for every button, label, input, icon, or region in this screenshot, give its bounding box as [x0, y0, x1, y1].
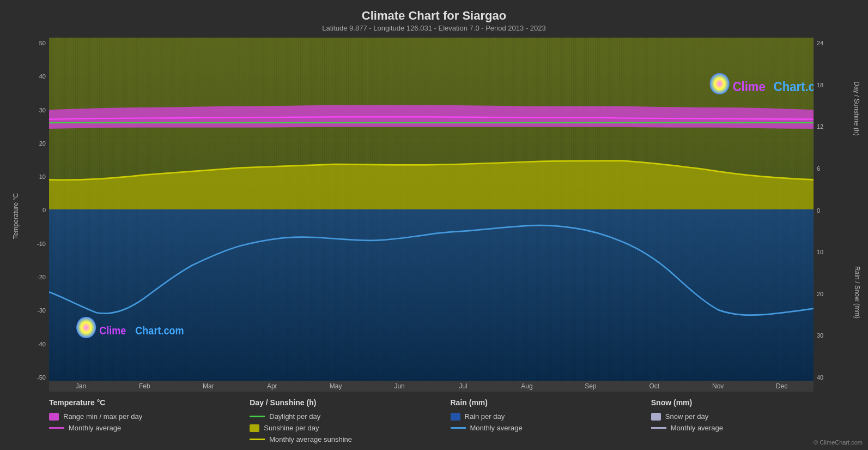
daylight-line	[49, 122, 814, 123]
chart-title: Climate Chart for Siargao	[16, 9, 852, 23]
y-tick-0: 0	[43, 207, 46, 213]
y-tick-n10: -10	[37, 241, 46, 247]
x-label-jul: Jul	[432, 382, 495, 390]
y-tick-n50: -50	[37, 374, 46, 381]
x-label-apr: Apr	[240, 382, 304, 390]
y-right-tick-0: 0	[817, 207, 820, 214]
legend-label-snow-band: Snow per day	[665, 412, 709, 421]
legend-label-temp-range: Range min / max per day	[63, 412, 142, 421]
legend-item-snow-avg: Monthly average	[651, 424, 852, 432]
rain-avg-swatch	[451, 427, 466, 429]
svg-point-28	[710, 73, 730, 94]
page-wrapper: Climate Chart for Siargao Latitude 9.877…	[0, 0, 868, 450]
x-label-may: May	[304, 382, 368, 390]
svg-text:Clime: Clime	[99, 325, 126, 337]
y-tick-n30: -30	[37, 307, 46, 314]
y-tick-30: 30	[39, 107, 46, 113]
svg-text:Clime: Clime	[733, 79, 766, 94]
legend-item-sunshine-band: Sunshine per day	[250, 424, 450, 432]
y-right-tick-30: 30	[817, 332, 823, 339]
y-tick-40: 40	[39, 73, 46, 80]
y-right-tick-18: 18	[817, 82, 823, 88]
daylight-line-swatch	[250, 416, 265, 417]
legend-title-sunshine: Day / Sunshine (h)	[250, 398, 450, 407]
legend-group-snow: Snow (mm) Snow per day Monthly average	[651, 398, 852, 443]
rain-swatch	[451, 413, 460, 421]
legend-title-temperature: Temperature °C	[49, 398, 250, 407]
legend-item-temp-range: Range min / max per day	[49, 412, 250, 421]
y-right-label-bottom: Rain / Snow (mm)	[853, 266, 861, 319]
svg-text:Chart.com: Chart.com	[135, 325, 184, 337]
legend-group-temperature: Temperature °C Range min / max per day M…	[49, 398, 250, 443]
y-right-tick-40: 40	[817, 374, 823, 381]
chart-header: Climate Chart for Siargao Latitude 9.877…	[16, 5, 852, 33]
chart-subtitle: Latitude 9.877 - Longitude 126.031 - Ele…	[16, 24, 852, 32]
y-tick-50: 50	[39, 40, 46, 46]
legend-label-rain-avg: Monthly average	[470, 424, 523, 432]
legend-label-sunshine-avg: Monthly average sunshine	[269, 435, 352, 443]
y-tick-10: 10	[39, 173, 46, 180]
legend-label-rain-band: Rain per day	[465, 412, 505, 421]
legend-item-sunshine-avg: Monthly average sunshine	[250, 435, 450, 443]
sunshine-avg-swatch	[250, 439, 265, 440]
y-tick-n20: -20	[37, 274, 46, 280]
x-label-aug: Aug	[495, 382, 559, 390]
legend-group-rain: Rain (mm) Rain per day Monthly average	[451, 398, 651, 443]
y-right-tick-12: 12	[817, 123, 823, 130]
y-right-label-top: Day / Sunshine (h)	[852, 81, 860, 135]
y-tick-20: 20	[39, 140, 46, 147]
svg-text:Chart.com: Chart.com	[774, 79, 814, 94]
y-right-tick-24: 24	[817, 40, 823, 46]
x-label-jun: Jun	[368, 382, 432, 390]
chart-area: Temperature °C 50 40 30 20 10 0 -10 -20 …	[16, 38, 852, 392]
svg-point-31	[76, 317, 96, 338]
x-label-dec: Dec	[750, 382, 814, 390]
x-label-nov: Nov	[686, 382, 750, 390]
legend-item-rain-band: Rain per day	[451, 412, 651, 421]
snow-avg-swatch	[651, 427, 666, 429]
legend-label-temp-avg: Monthly average	[69, 424, 121, 432]
y-right-tick-6: 6	[817, 165, 820, 172]
chart-inner: Clime Chart.com Clime Chart.com Jan Feb …	[49, 38, 814, 392]
legend-label-snow-avg: Monthly average	[671, 424, 723, 432]
y-right-tick-10: 10	[817, 249, 823, 255]
temp-range-swatch	[49, 413, 59, 421]
legend-title-snow: Snow (mm)	[651, 398, 852, 407]
x-label-sep: Sep	[559, 382, 622, 390]
y-right-tick-20: 20	[817, 291, 823, 297]
y-axis-right: 24 18 12 6 0 10 20 30 40 Day / Sunshine …	[814, 38, 852, 392]
x-label-mar: Mar	[177, 382, 240, 390]
legend-item-rain-avg: Monthly average	[451, 424, 651, 432]
x-label-feb: Feb	[113, 382, 177, 390]
y-left-label: Temperature °C	[12, 193, 20, 239]
legend-label-daylight: Daylight per day	[269, 412, 320, 421]
sunshine-swatch	[250, 424, 259, 432]
y-axis-left: Temperature °C 50 40 30 20 10 0 -10 -20 …	[16, 38, 49, 392]
y-tick-n40: -40	[37, 341, 46, 347]
legend-item-snow-band: Snow per day	[651, 412, 852, 421]
copyright: © ClimeChart.com	[814, 439, 863, 446]
legend-item-daylight: Daylight per day	[250, 412, 450, 421]
x-label-oct: Oct	[622, 382, 686, 390]
legend-group-sunshine: Day / Sunshine (h) Daylight per day Suns…	[250, 398, 450, 443]
x-label-jan: Jan	[49, 382, 113, 390]
temp-avg-line-swatch	[49, 427, 64, 429]
chart-svg: Clime Chart.com Clime Chart.com	[49, 38, 814, 381]
snow-swatch	[651, 413, 661, 421]
legend-item-temp-avg: Monthly average	[49, 424, 250, 432]
legend-title-rain: Rain (mm)	[451, 398, 651, 407]
legend-label-sunshine-band: Sunshine per day	[264, 424, 319, 432]
x-axis-labels: Jan Feb Mar Apr May Jun Jul Aug Sep Oct …	[49, 381, 814, 392]
legend-section: Temperature °C Range min / max per day M…	[16, 394, 852, 445]
